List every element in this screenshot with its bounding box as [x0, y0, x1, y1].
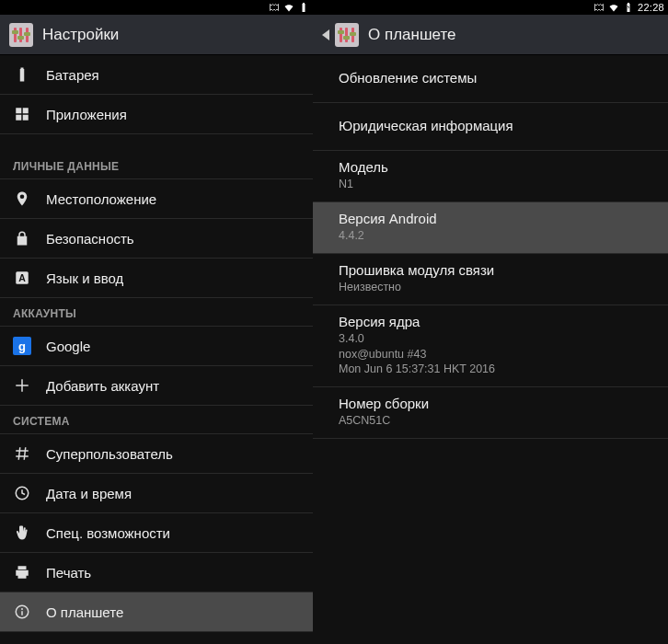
about-list[interactable]: Обновление системы Юридическая информаци… [313, 55, 668, 644]
info-value: 3.4.0 nox@ubuntu #43 Mon Jun 6 15:37:31 … [339, 331, 642, 378]
wifi-icon [608, 2, 619, 13]
row-label: О планшете [46, 604, 123, 620]
section-personal: ЛИЧНЫЕ ДАННЫЕ [0, 151, 313, 179]
row-battery[interactable]: Батарея [0, 55, 313, 95]
row-kernel[interactable]: Версия ядра 3.4.0 nox@ubuntu #43 Mon Jun… [313, 305, 668, 388]
svg-point-4 [21, 608, 23, 610]
info-value: A5CN51C [339, 413, 642, 429]
row-label: Добавить аккаунт [46, 378, 159, 394]
google-icon: g [13, 337, 31, 355]
svg-rect-5 [21, 611, 23, 615]
battery-icon [13, 65, 31, 84]
settings-screen: Настройки Батарея Приложения ЛИЧНЫЕ ДАНН… [0, 0, 313, 644]
sliders-icon [12, 26, 30, 44]
row-label: Google [46, 339, 90, 354]
battery-charging-icon [623, 2, 634, 13]
row-label: Дата и время [46, 486, 132, 501]
info-value: Неизвестно [339, 280, 642, 295]
info-title: Версия Android [339, 211, 642, 226]
svg-text:A: A [18, 272, 26, 283]
row-datetime[interactable]: Дата и время [0, 474, 313, 513]
settings-list[interactable]: Батарея Приложения ЛИЧНЫЕ ДАННЫЕ Местопо… [0, 55, 313, 644]
print-icon [13, 563, 31, 581]
row-legal[interactable]: Юридическая информация [313, 103, 668, 151]
row-label: Печать [46, 565, 91, 581]
vibrate-icon [593, 2, 605, 13]
section-accounts: АККАУНТЫ [0, 298, 313, 327]
row-android-version[interactable]: Версия Android 4.4.2 [313, 202, 668, 254]
row-system-update[interactable]: Обновление системы [313, 55, 668, 103]
settings-app-icon [9, 23, 33, 47]
row-superuser[interactable]: Суперпользователь [0, 434, 313, 474]
status-bar: 22:28 [313, 0, 668, 15]
info-title: Прошивка модуля связи [339, 262, 642, 278]
row-print[interactable]: Печать [0, 553, 313, 592]
status-time: 22:28 [638, 2, 664, 13]
info-icon [13, 603, 31, 621]
info-value: N1 [339, 177, 642, 192]
row-label: Спец. возможности [46, 525, 170, 541]
plus-icon [13, 376, 31, 395]
row-model[interactable]: Модель N1 [313, 151, 668, 202]
row-add-account[interactable]: Добавить аккаунт [0, 366, 313, 406]
header-title: Настройки [42, 26, 119, 44]
wifi-icon [283, 2, 294, 13]
header: Настройки [0, 15, 313, 55]
location-icon [13, 190, 31, 208]
row-location[interactable]: Местоположение [0, 179, 313, 219]
info-title: Модель [339, 159, 642, 175]
row-label: Суперпользователь [46, 446, 173, 462]
apps-icon [13, 105, 31, 123]
row-apps[interactable]: Приложения [0, 95, 313, 134]
header[interactable]: О планшете [313, 15, 668, 55]
header-title: О планшете [368, 26, 456, 44]
row-build[interactable]: Номер сборки A5CN51C [313, 387, 668, 439]
row-security[interactable]: Безопасность [0, 219, 313, 259]
info-title: Обновление системы [339, 70, 642, 86]
status-bar [0, 0, 313, 15]
language-icon: A [13, 269, 31, 287]
row-label: Безопасность [46, 231, 134, 247]
row-label: Батарея [46, 67, 99, 83]
row-google[interactable]: g Google [0, 327, 313, 366]
row-accessibility[interactable]: Спец. возможности [0, 513, 313, 553]
hash-icon [13, 444, 31, 463]
row-about[interactable]: О планшете [0, 592, 313, 632]
lock-icon [13, 229, 31, 247]
info-title: Номер сборки [339, 396, 642, 411]
info-title: Версия ядра [339, 314, 642, 329]
settings-app-icon [335, 23, 359, 47]
sliders-icon [338, 26, 356, 44]
row-label: Язык и ввод [46, 270, 123, 286]
row-label: Местоположение [46, 191, 156, 207]
info-value: 4.4.2 [339, 228, 642, 244]
row-label: Приложения [46, 107, 127, 122]
clock-icon [13, 484, 31, 502]
vibrate-icon [269, 2, 280, 13]
hand-icon [13, 523, 31, 542]
row-baseband[interactable]: Прошивка модуля связи Неизвестно [313, 254, 668, 305]
row-language[interactable]: A Язык и ввод [0, 259, 313, 298]
about-screen: 22:28 О планшете Обновление системы Юрид… [313, 0, 668, 644]
info-title: Юридическая информация [339, 118, 642, 133]
back-icon[interactable] [322, 29, 329, 40]
battery-icon [298, 2, 309, 13]
section-system: СИСТЕМА [0, 406, 313, 434]
